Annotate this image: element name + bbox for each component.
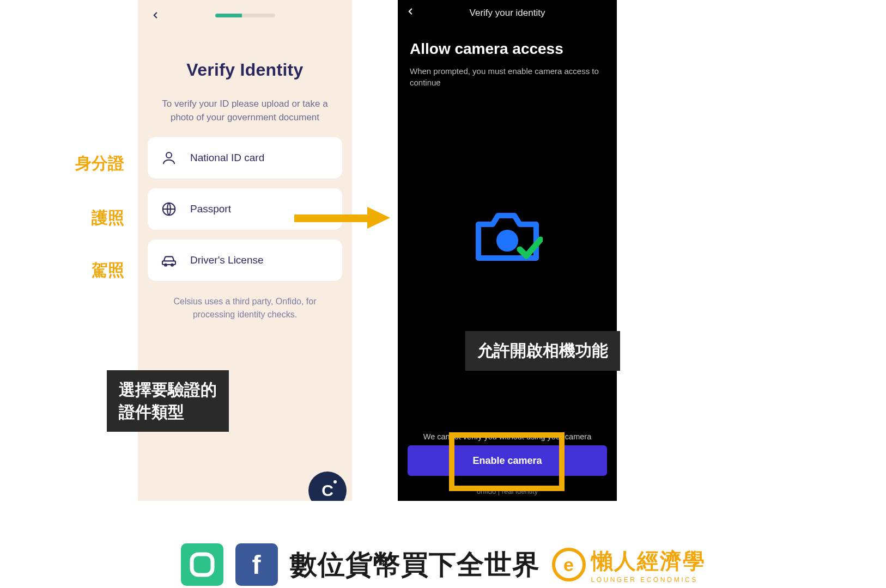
allow-title: Allow camera access: [410, 40, 605, 58]
third-party-disclaimer: Celsius uses a third party, Onfido, for …: [154, 295, 336, 321]
topbar: Verify your identity: [398, 0, 617, 26]
back-button[interactable]: [148, 8, 163, 23]
arrow-right-icon: [294, 207, 390, 229]
camera-illustration: [398, 207, 617, 267]
allow-subtitle: When prompted, you must enable camera ac…: [410, 65, 605, 88]
svg-point-5: [496, 230, 518, 252]
doc-label: Passport: [190, 203, 231, 215]
lounger-badge-icon: e: [552, 548, 586, 581]
facebook-icon: f: [235, 543, 278, 586]
page-subtitle: To verify your ID please upload or take …: [152, 97, 338, 124]
lounger-cn: 懶人經濟學: [591, 546, 706, 576]
doc-drivers-license[interactable]: Driver's License: [148, 240, 342, 281]
globe-icon: [160, 200, 178, 218]
svg-rect-8: [192, 554, 213, 575]
person-icon: [160, 149, 178, 167]
fab-dot-icon: [333, 480, 337, 483]
callout-right: 允許開啟相機功能: [465, 331, 620, 371]
enable-camera-button[interactable]: Enable camera: [408, 445, 607, 476]
onfido-footer: onfido | real identity: [398, 487, 617, 495]
celsius-fab[interactable]: C: [308, 471, 347, 501]
label-license: 駕照: [92, 259, 124, 281]
chevron-left-icon: [150, 10, 160, 20]
camera-access-screen: Verify your identity Allow camera access…: [398, 0, 617, 501]
progress-bar: [215, 14, 275, 17]
app-icon-green: [181, 543, 223, 586]
topbar: [138, 0, 352, 30]
doc-label: Driver's License: [190, 254, 264, 266]
svg-marker-7: [367, 207, 390, 229]
label-passport: 護照: [92, 207, 124, 229]
lounger-economics-logo: e 懶人經濟學 LOUNGER ECONOMICS: [552, 546, 706, 584]
page-title: Verify Identity: [138, 60, 352, 80]
svg-rect-6: [294, 215, 371, 222]
label-national-id: 身分證: [75, 152, 124, 175]
camera-check-icon: [472, 207, 543, 267]
cannot-verify-text: We cannot verify you without using your …: [398, 432, 617, 441]
enable-camera-label: Enable camera: [472, 455, 542, 467]
fab-letter: C: [321, 481, 333, 500]
rounded-square-icon: [189, 551, 216, 578]
back-button[interactable]: [405, 7, 415, 19]
callout-left: 選擇要驗證的 證件類型: [107, 370, 229, 432]
footer-slogan: 數位貨幣買下全世界: [290, 547, 540, 583]
car-icon: [160, 251, 178, 270]
branding-footer: f 數位貨幣買下全世界 e 懶人經濟學 LOUNGER ECONOMICS: [0, 543, 886, 586]
svg-point-0: [166, 152, 172, 158]
lounger-en: LOUNGER ECONOMICS: [591, 576, 706, 584]
doc-label: National ID card: [190, 152, 264, 164]
chevron-left-icon: [405, 7, 415, 16]
screen-header: Verify your identity: [470, 8, 545, 19]
doc-national-id[interactable]: National ID card: [148, 137, 342, 179]
